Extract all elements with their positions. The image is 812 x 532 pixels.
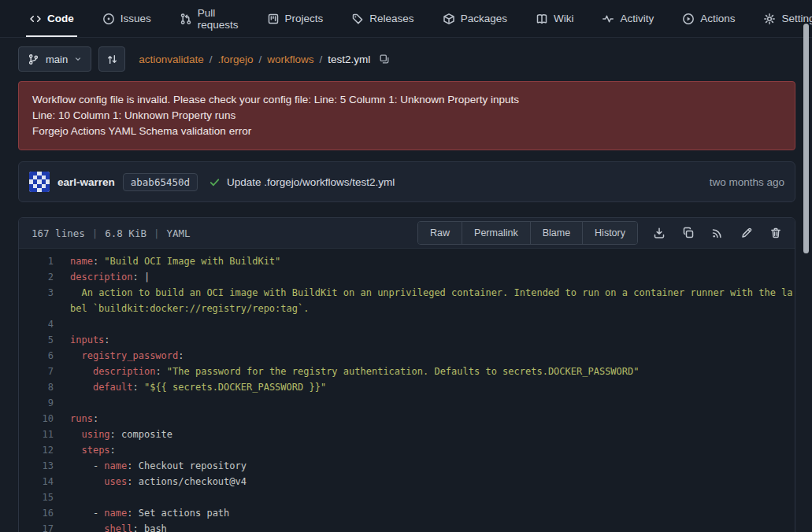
tab-releases[interactable]: Releases <box>348 0 417 37</box>
line-number[interactable]: 11 <box>19 427 65 442</box>
copy-content-button[interactable] <box>678 223 699 243</box>
commit-time: two months ago <box>710 176 784 188</box>
delete-file-button[interactable] <box>766 223 786 243</box>
line-number[interactable]: 15 <box>19 490 65 505</box>
file-language: YAML <box>166 227 190 239</box>
tab-pull-requests[interactable]: Pull requests <box>176 0 242 37</box>
code-token: using <box>81 429 109 440</box>
workflow-error-banner: Workflow config file is invalid. Please … <box>18 81 795 150</box>
commit-author[interactable]: earl-warren <box>57 176 115 188</box>
code-line: 9 <box>19 395 795 411</box>
branch-selector-button[interactable]: main <box>18 46 91 72</box>
code-token: : | <box>132 272 150 283</box>
line-number[interactable]: 17 <box>19 521 65 532</box>
git-compare-icon <box>106 54 118 65</box>
code-token: steps <box>81 445 109 456</box>
code-token: name <box>70 256 93 267</box>
code-icon <box>29 13 42 25</box>
tab-label: Packages <box>461 13 507 24</box>
tab-wiki[interactable]: Wiki <box>532 0 577 37</box>
commit-hash-badge[interactable]: abab65450d <box>123 173 198 191</box>
repo-tab-bar: Code Issues Pull requests Projects Relea… <box>0 0 812 38</box>
code-token: "${{ secrets.DOCKER_PASSWORD }}" <box>144 382 326 393</box>
trash-icon <box>769 227 782 239</box>
tab-packages[interactable]: Packages <box>439 0 510 37</box>
code-token: : composite <box>110 429 172 440</box>
code-token: - <box>70 508 104 519</box>
line-number[interactable]: 13 <box>19 458 65 474</box>
code-token: : Set actions path <box>127 508 229 519</box>
code-token: : <box>104 334 109 345</box>
latest-commit-bar: earl-warren abab65450d Update .forgejo/w… <box>18 161 795 202</box>
line-number[interactable]: 2 <box>19 269 65 285</box>
line-number[interactable]: 8 <box>19 379 65 395</box>
tab-label: Actions <box>700 13 735 24</box>
code-line: 5inputs: <box>19 332 795 348</box>
book-icon <box>536 13 548 25</box>
page-scrollbar-thumb[interactable] <box>803 24 809 253</box>
line-number[interactable]: 7 <box>19 364 65 379</box>
tab-code[interactable]: Code <box>26 0 77 37</box>
code-line: 8 default: "${{ secrets.DOCKER_PASSWORD … <box>19 379 795 395</box>
compare-branches-button[interactable] <box>98 46 125 72</box>
raw-button[interactable]: Raw <box>418 222 462 244</box>
line-number[interactable]: 10 <box>19 411 65 427</box>
breadcrumb-repo-link[interactable]: actionvalidate <box>139 54 204 65</box>
tab-label: Activity <box>620 13 654 24</box>
code-line: 17 shell: bash <box>19 521 795 532</box>
error-line: Line: 10 Column 1: Unknown Property runs <box>32 108 781 124</box>
code-line-content: description: "The password for the regis… <box>65 364 795 379</box>
commit-status-check-icon[interactable] <box>209 176 221 188</box>
code-line: 14 uses: actions/checkout@v4 <box>19 474 795 490</box>
breadcrumb-dir-link[interactable]: .forgejo <box>218 54 254 65</box>
branch-icon <box>28 54 39 65</box>
code-token <box>70 350 81 361</box>
code-token: name <box>104 460 127 471</box>
history-button[interactable]: History <box>583 222 637 244</box>
code-line-content: - name: Checkout repository <box>65 458 795 474</box>
rss-feed-button[interactable] <box>707 223 728 243</box>
line-number[interactable]: 3 <box>19 285 65 316</box>
code-token: default <box>93 382 133 393</box>
line-number[interactable]: 1 <box>19 253 65 269</box>
code-line-content: - name: Set actions path <box>65 505 795 521</box>
code-token: : <box>132 382 143 393</box>
line-number[interactable]: 12 <box>19 442 65 458</box>
code-token <box>70 382 93 393</box>
commit-message[interactable]: Update .forgejo/workflows/test2.yml <box>227 176 395 188</box>
code-token: inputs <box>70 334 104 345</box>
code-line-content <box>65 316 795 332</box>
line-number[interactable]: 16 <box>19 505 65 521</box>
line-number[interactable]: 5 <box>19 332 65 348</box>
line-number[interactable]: 4 <box>19 316 65 332</box>
tab-projects[interactable]: Projects <box>264 0 327 37</box>
code-line: 15 <box>19 490 795 505</box>
code-line-content <box>65 490 795 505</box>
tab-actions[interactable]: Actions <box>679 0 738 37</box>
tab-label: Pull requests <box>198 7 239 31</box>
permalink-button[interactable]: Permalink <box>462 222 531 244</box>
avatar[interactable] <box>29 172 50 192</box>
code-token <box>70 429 81 440</box>
code-line: 1name: "Build OCI Image with BuildKit" <box>19 253 795 269</box>
code-line-content: using: composite <box>65 427 795 442</box>
code-token: uses <box>104 476 127 487</box>
line-number[interactable]: 14 <box>19 474 65 490</box>
edit-file-button[interactable] <box>736 223 757 243</box>
download-button[interactable] <box>649 223 669 243</box>
tab-issues[interactable]: Issues <box>99 0 154 37</box>
code-token: : bash <box>132 523 166 532</box>
tab-activity[interactable]: Activity <box>599 0 657 37</box>
copy-path-icon[interactable] <box>379 54 390 65</box>
code-token: shell <box>104 523 132 532</box>
package-icon <box>443 13 455 25</box>
line-number[interactable]: 9 <box>19 395 65 411</box>
code-token: "Build OCI Image with BuildKit" <box>104 256 280 267</box>
breadcrumb-dir-link[interactable]: workflows <box>267 54 313 65</box>
code-line: 11 using: composite <box>19 427 795 442</box>
blame-button[interactable]: Blame <box>531 222 583 244</box>
code-line-content: inputs: <box>65 332 795 348</box>
code-token: description <box>93 366 155 377</box>
code-token: description <box>70 272 132 283</box>
line-number[interactable]: 6 <box>19 348 65 364</box>
